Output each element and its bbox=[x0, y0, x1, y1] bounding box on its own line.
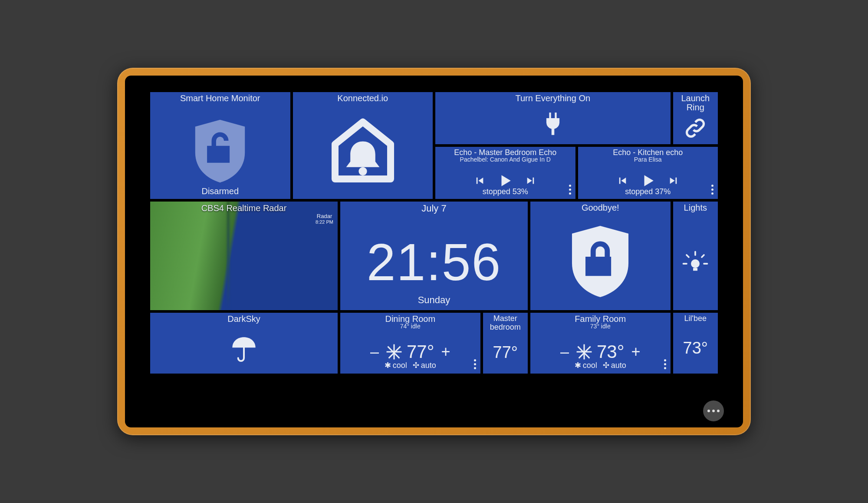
kebab-icon[interactable] bbox=[569, 185, 571, 195]
svg-line-13 bbox=[702, 255, 704, 257]
media-status: stopped 37% bbox=[578, 187, 718, 196]
tile-title: Konnected.io bbox=[337, 92, 388, 103]
temp-up-button[interactable]: + bbox=[439, 343, 453, 361]
tile-title: Goodbye! bbox=[582, 202, 619, 212]
next-track-icon[interactable] bbox=[668, 176, 678, 185]
status-text: Disarmed bbox=[150, 186, 290, 196]
umbrella-icon bbox=[230, 324, 258, 374]
plug-icon bbox=[543, 103, 562, 144]
svg-point-7 bbox=[691, 259, 700, 268]
tablet-screen: Smart Home Monitor Disarmed Konnected.io… bbox=[125, 76, 743, 427]
play-icon[interactable] bbox=[641, 173, 655, 188]
mode-row: ✱cool ✣auto bbox=[340, 361, 480, 370]
thermostat-sub: 74° idle bbox=[400, 323, 421, 330]
shield-unlock-icon bbox=[192, 103, 248, 199]
thermostat-sub: 73° idle bbox=[590, 323, 611, 330]
kebab-icon[interactable] bbox=[664, 359, 666, 369]
tile-lights[interactable]: Lights bbox=[673, 202, 718, 310]
gear-icon: ✱ bbox=[575, 361, 581, 370]
kebab-icon[interactable] bbox=[474, 359, 476, 369]
tile-title: Echo - Master Bedroom Echo bbox=[454, 147, 556, 157]
track-text: Pachelbel: Canon And Gigue In D bbox=[460, 156, 551, 163]
tile-clock[interactable]: July 7 21:56 Sunday bbox=[340, 202, 528, 310]
dashboard-grid: Smart Home Monitor Disarmed Konnected.io… bbox=[150, 92, 718, 397]
tile-konnected[interactable]: Konnected.io bbox=[293, 92, 433, 199]
lightbulb-icon bbox=[682, 212, 708, 310]
svg-rect-5 bbox=[619, 178, 621, 184]
tile-title: Lil'bee bbox=[684, 313, 707, 323]
tile-thermostat-dining-room[interactable]: Dining Room 74° idle – 77° + ✱cool ✣auto bbox=[340, 313, 480, 374]
radar-map-image bbox=[150, 202, 338, 310]
tile-title: Smart Home Monitor bbox=[180, 92, 260, 103]
tile-thermostat-family-room[interactable]: Family Room 73° idle – 73° + ✱cool ✣auto bbox=[530, 313, 671, 374]
temp-up-button[interactable]: + bbox=[629, 343, 643, 361]
snowflake-icon bbox=[576, 344, 592, 360]
tile-echo-kitchen[interactable]: Echo - Kitchen echo Para Elisa stopped 3… bbox=[578, 147, 718, 199]
tile-title: DarkSky bbox=[227, 313, 260, 324]
tile-turn-everything-on[interactable]: Turn Everything On bbox=[435, 92, 671, 144]
temp-down-button[interactable]: – bbox=[368, 343, 381, 361]
tile-title: Master bedroom bbox=[483, 313, 528, 332]
play-icon[interactable] bbox=[498, 173, 513, 188]
kebab-icon[interactable] bbox=[711, 185, 713, 195]
temp-down-button[interactable]: – bbox=[558, 343, 572, 361]
svg-rect-6 bbox=[675, 178, 677, 184]
date-text: July 7 bbox=[421, 202, 446, 213]
svg-rect-8 bbox=[693, 268, 697, 271]
tile-temp-master-bedroom[interactable]: Master bedroom 77° bbox=[483, 313, 528, 374]
tile-title: Echo - Kitchen echo bbox=[613, 147, 683, 157]
menu-fab-button[interactable] bbox=[703, 400, 724, 421]
link-icon bbox=[684, 112, 706, 144]
tablet-bezel: Smart Home Monitor Disarmed Konnected.io… bbox=[117, 68, 751, 435]
tile-temp-lilbee[interactable]: Lil'bee 73° bbox=[673, 313, 718, 374]
weekday-text: Sunday bbox=[340, 295, 528, 308]
temperature-value: 73° bbox=[683, 339, 708, 357]
tile-title: Turn Everything On bbox=[515, 92, 590, 103]
tile-title: Launch Ring bbox=[673, 92, 718, 112]
previous-track-icon[interactable] bbox=[475, 176, 485, 185]
temperature-value: 77° bbox=[493, 343, 518, 362]
shield-lock-icon bbox=[568, 212, 633, 310]
temperature-value: 73° bbox=[597, 341, 625, 362]
svg-rect-1 bbox=[549, 113, 551, 118]
fan-icon: ✣ bbox=[603, 361, 609, 370]
tile-title: CBS4 Realtime Radar bbox=[150, 203, 338, 213]
tile-echo-master-bedroom[interactable]: Echo - Master Bedroom Echo Pachelbel: Ca… bbox=[435, 147, 575, 199]
tile-darksky[interactable]: DarkSky bbox=[150, 313, 338, 374]
media-status: stopped 53% bbox=[435, 187, 575, 196]
tile-goodbye[interactable]: Goodbye! bbox=[530, 202, 671, 310]
home-bell-icon bbox=[328, 103, 398, 199]
fan-icon: ✣ bbox=[413, 361, 419, 370]
next-track-icon[interactable] bbox=[526, 176, 535, 185]
tile-launch-ring[interactable]: Launch Ring bbox=[673, 92, 718, 144]
gear-icon: ✱ bbox=[385, 361, 391, 370]
tile-smart-home-monitor[interactable]: Smart Home Monitor Disarmed bbox=[150, 92, 290, 199]
previous-track-icon[interactable] bbox=[618, 176, 628, 185]
svg-point-0 bbox=[358, 167, 367, 175]
svg-rect-3 bbox=[477, 178, 478, 184]
radar-overlay: Radar 8:22 PM bbox=[316, 213, 333, 225]
mode-row: ✱cool ✣auto bbox=[530, 361, 671, 370]
tile-title: Lights bbox=[684, 202, 707, 212]
svg-line-12 bbox=[687, 255, 689, 257]
svg-rect-2 bbox=[555, 113, 556, 118]
snowflake-icon bbox=[386, 344, 402, 360]
temperature-value: 77° bbox=[407, 341, 434, 362]
tile-title: Family Room bbox=[575, 313, 626, 324]
svg-rect-4 bbox=[533, 178, 534, 184]
tile-title: Dining Room bbox=[385, 313, 435, 324]
tile-radar[interactable]: CBS4 Realtime Radar Radar 8:22 PM bbox=[150, 202, 338, 310]
track-text: Para Elisa bbox=[634, 156, 662, 163]
